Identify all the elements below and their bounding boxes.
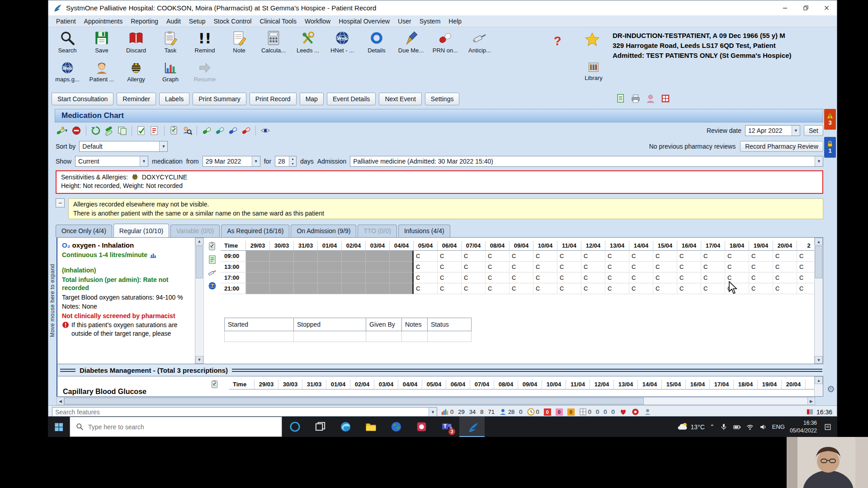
grid-cell[interactable]: C	[581, 283, 605, 294]
scroll-up-icon[interactable]: ▲	[195, 238, 203, 245]
status-item[interactable]: 0	[556, 408, 563, 416]
status-item[interactable]: 0	[579, 408, 591, 416]
notification-center-icon[interactable]	[822, 423, 834, 431]
grid-cell[interactable]: C	[438, 272, 462, 283]
taskbar-explorer-icon[interactable]	[358, 417, 383, 437]
graph-button[interactable]: Graph	[153, 60, 188, 87]
patient-button[interactable]: Patient ...	[85, 60, 119, 87]
print-summary-button[interactable]: Print Summary	[193, 93, 246, 105]
grid-cell[interactable]	[246, 283, 270, 294]
leeds-button[interactable]: Leeds ...	[291, 28, 325, 60]
grid-cell[interactable]	[342, 283, 366, 294]
grid-cell[interactable]	[318, 283, 342, 294]
remind-button[interactable]: !!Remind	[188, 28, 222, 60]
grid-cell[interactable]: C	[653, 251, 677, 262]
tray-expand-icon[interactable]: ⌃	[710, 423, 715, 430]
stamp-teal-icon[interactable]	[215, 126, 225, 136]
event-details-button[interactable]: Event Details	[327, 93, 376, 105]
show-select[interactable]: Current ▼	[75, 156, 148, 167]
grid-cell[interactable]: C	[605, 251, 629, 262]
status-item[interactable]: 71	[488, 408, 494, 415]
grid-cell[interactable]	[366, 251, 390, 262]
grid-cell[interactable]: C	[629, 272, 653, 283]
scroll-right-icon[interactable]: ▶	[807, 397, 815, 405]
locked-items-badge[interactable]: 1	[824, 137, 836, 158]
find-patient-icon[interactable]	[182, 126, 192, 136]
grid-cell[interactable]: C	[701, 283, 725, 294]
grid-cell[interactable]: C	[462, 251, 486, 262]
grid-cell[interactable]: C	[509, 283, 533, 294]
grid-cell[interactable]	[270, 251, 294, 262]
menu-clinical-tools[interactable]: Clinical Tools	[255, 16, 300, 26]
favourites-star-icon[interactable]	[585, 32, 600, 47]
network-icon[interactable]	[746, 423, 754, 431]
menu-setup[interactable]: Setup	[185, 16, 210, 26]
note-button[interactable]: Note	[222, 28, 256, 60]
grid-cell[interactable]: C	[533, 272, 557, 283]
due-me-button[interactable]: Due Me...	[394, 28, 428, 60]
grid-cell[interactable]: C	[509, 272, 533, 283]
grid-cell[interactable]: C	[725, 251, 749, 262]
reminder-button[interactable]: Reminder	[117, 93, 156, 105]
menu-patient[interactable]: Patient	[52, 16, 80, 26]
details-button[interactable]: Details	[359, 28, 394, 60]
panel-expander[interactable]: Move mouse here to expand	[49, 239, 56, 362]
menu-system[interactable]: System	[415, 16, 445, 26]
grid-cell[interactable]: C	[629, 251, 653, 262]
grid-cell[interactable]: C	[486, 272, 509, 283]
demographics-icon[interactable]	[646, 94, 656, 103]
tab-infusions-4-4[interactable]: Infusions (4/4)	[398, 225, 450, 237]
status-item[interactable]: 34	[469, 408, 476, 415]
grid-cell[interactable]	[318, 262, 342, 272]
chevron-down-icon[interactable]: ▼	[64, 128, 68, 133]
discard-button[interactable]: Discard	[119, 28, 153, 60]
start-consultation-button[interactable]: Start Consultation	[52, 93, 113, 105]
reauthorise-icon[interactable]	[104, 126, 114, 136]
grid-cell[interactable]: C	[414, 251, 438, 262]
grid-cell[interactable]: C	[605, 262, 629, 272]
dose-graph-icon[interactable]	[150, 252, 156, 258]
stamp-green-icon[interactable]	[202, 126, 212, 136]
grid-cell[interactable]: C	[462, 283, 486, 294]
taskbar-clock[interactable]: 16:36 05/04/2022	[790, 419, 817, 434]
grid-cell[interactable]	[246, 262, 270, 272]
grid-cell[interactable]	[270, 272, 294, 283]
minimize-button[interactable]	[774, 0, 795, 15]
status-item[interactable]: 0	[441, 408, 453, 416]
grid-cell[interactable]: C	[677, 272, 701, 283]
grid-cell[interactable]	[318, 251, 342, 262]
grid-cell[interactable]: C	[797, 272, 814, 283]
status-item[interactable]: 8	[480, 408, 483, 415]
print-icon[interactable]	[631, 94, 641, 103]
menu-reporting[interactable]: Reporting	[127, 16, 162, 26]
syringe-icon[interactable]	[208, 268, 217, 277]
grid-cell[interactable]: C	[629, 262, 653, 272]
scroll-down-icon[interactable]: ▼	[195, 356, 203, 364]
grid-cell[interactable]: C	[797, 262, 814, 272]
taskbar-search[interactable]	[70, 417, 282, 437]
admission-select[interactable]: Palliative medicine (Admitted: 30 Mar 20…	[350, 156, 823, 167]
tab-on-admission-9-9[interactable]: On Admission (9/9)	[291, 225, 356, 237]
scroll-down-icon[interactable]: ▼	[815, 356, 823, 364]
grid-cell[interactable]: C	[725, 262, 749, 272]
grid-cell[interactable]: C	[509, 262, 533, 272]
grid-cell[interactable]: C	[486, 262, 509, 272]
grid-cell[interactable]	[342, 251, 366, 262]
prn-on-button[interactable]: PRN on...	[428, 28, 462, 60]
status-item[interactable]: 29	[458, 408, 464, 415]
taskbar-taskview-icon[interactable]	[307, 417, 333, 437]
grid-cell[interactable]: C	[486, 283, 509, 294]
scroll-thumb[interactable]	[64, 398, 644, 404]
grid-cell[interactable]: C	[677, 251, 701, 262]
restore-button[interactable]	[795, 0, 816, 15]
grid-cell[interactable]	[366, 262, 390, 272]
grid-cell[interactable]: C	[605, 283, 629, 294]
tab-as-required-16-16[interactable]: As Required (16/16)	[221, 225, 289, 237]
sort-select[interactable]: Default ▼	[79, 141, 168, 152]
labels-button[interactable]: Labels	[159, 93, 189, 105]
dose-book-icon[interactable]	[150, 126, 160, 136]
task-button[interactable]: Task	[153, 28, 188, 60]
grid-cell[interactable]	[294, 251, 318, 262]
grid-cell[interactable]: C	[701, 262, 725, 272]
grid-cell[interactable]: C	[773, 272, 797, 283]
